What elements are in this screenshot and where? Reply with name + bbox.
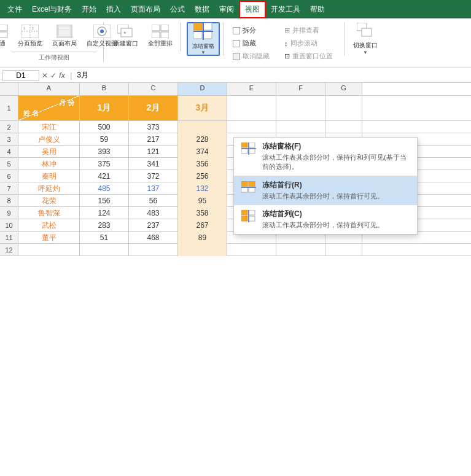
page-break-preview-btn[interactable]: 1 2 分页预览 [14, 22, 46, 50]
col-header-b[interactable]: B [80, 83, 129, 95]
row-2-name[interactable]: 宋江 [18, 121, 80, 133]
row-11-name[interactable]: 董平 [18, 232, 80, 244]
row-10-d[interactable]: 267 [178, 219, 227, 232]
row-9-name[interactable]: 鲁智深 [18, 207, 80, 219]
row-4-name[interactable]: 吴用 [18, 146, 80, 158]
normal-view-btn[interactable]: 普通 [0, 22, 12, 50]
menu-data[interactable]: 数据 [190, 2, 214, 17]
freeze-panes-option[interactable]: 冻结窗格(F) 滚动工作表其余部分时，保持行和列可见(基于当前的选择)。 [234, 138, 417, 176]
row-10-b[interactable]: 283 [80, 219, 129, 232]
unhide-btn[interactable]: 取消隐藏 [230, 50, 272, 62]
row-12-a[interactable] [18, 244, 80, 256]
row-4-c[interactable]: 121 [129, 146, 178, 158]
row-8-name[interactable]: 花荣 [18, 195, 80, 207]
row-4-d[interactable]: 374 [178, 146, 227, 158]
menu-page-layout[interactable]: 页面布局 [126, 2, 165, 17]
col-header-d[interactable]: D [178, 83, 227, 95]
freeze-panes-btn[interactable]: 冻结窗格 ▼ [187, 22, 220, 56]
row-11-c[interactable]: 468 [129, 232, 178, 244]
row-2-e[interactable] [227, 121, 276, 133]
cell-reference-input[interactable] [2, 70, 39, 81]
row-8-d[interactable]: 95 [178, 195, 227, 207]
row-3-name[interactable]: 卢俊义 [18, 133, 80, 146]
row-12-g[interactable] [325, 244, 362, 256]
row-2-b[interactable]: 500 [80, 121, 129, 133]
row-8-b[interactable]: 156 [80, 195, 129, 207]
row-2-f[interactable] [276, 121, 325, 133]
row-12-e[interactable] [227, 244, 276, 256]
col-header-f[interactable]: F [276, 83, 325, 95]
hide-btn[interactable]: 隐藏 [230, 37, 272, 49]
col-header-e[interactable]: E [227, 83, 276, 95]
row-5-c[interactable]: 341 [129, 158, 178, 170]
col-header-g[interactable]: G [325, 83, 362, 95]
row-6-d[interactable]: 256 [178, 170, 227, 182]
header-corner-cell[interactable]: 月 份 姓 名 [18, 96, 80, 120]
row-8-c[interactable]: 56 [129, 195, 178, 207]
row-12-c[interactable] [129, 244, 178, 256]
row-11-b[interactable]: 51 [80, 232, 129, 244]
row-6-c[interactable]: 372 [129, 170, 178, 182]
side-by-side-btn[interactable]: ⊞ 并排查看 [282, 25, 335, 36]
row-4-b[interactable]: 393 [80, 146, 129, 158]
col-g-header[interactable] [325, 96, 362, 120]
freeze-first-col-desc: 滚动工作表其余部分时，保持首列可见。 [262, 220, 411, 230]
formula-confirm-icon[interactable]: ✓ [50, 71, 56, 80]
menu-developer[interactable]: 开发工具 [266, 2, 305, 17]
reset-position-btn[interactable]: ⊡ 重置窗口位置 [282, 50, 335, 62]
row-6-b[interactable]: 421 [80, 170, 129, 182]
row-9-d[interactable]: 358 [178, 207, 227, 219]
row-3-d[interactable]: 228 [178, 133, 227, 146]
row-2-g[interactable] [325, 121, 362, 133]
row-9-b[interactable]: 124 [80, 207, 129, 219]
row-7-d[interactable]: 132 [178, 182, 227, 195]
row-2-d[interactable] [178, 121, 227, 133]
menu-formula[interactable]: 公式 [165, 2, 190, 17]
formula-insert-fn-icon[interactable]: fx [59, 71, 65, 80]
switch-window-btn[interactable]: 切换窗口 ▼ [349, 22, 381, 56]
new-window-btn[interactable]: + 新建窗口 [110, 22, 142, 50]
month-3-header[interactable]: 3月 [178, 96, 227, 120]
row-7-name[interactable]: 呼延灼 [18, 182, 80, 195]
row-12-b[interactable] [80, 244, 129, 256]
row-12-f[interactable] [276, 244, 325, 256]
freeze-first-col-option[interactable]: 冻结首列(C) 滚动工作表其余部分时，保持首列可见。 [234, 205, 417, 233]
row-3-b[interactable]: 59 [80, 133, 129, 146]
row-7-c[interactable]: 137 [129, 182, 178, 195]
menu-file[interactable]: 文件 [2, 2, 27, 17]
row-10-c[interactable]: 237 [129, 219, 178, 232]
sync-scroll-btn[interactable]: ↕ 同步滚动 [282, 37, 335, 49]
page-layout-view-btn[interactable]: 页面布局 [49, 22, 80, 50]
menu-help[interactable]: 帮助 [305, 2, 330, 17]
menu-review[interactable]: 审阅 [214, 2, 239, 17]
row-11-d[interactable]: 89 [178, 232, 227, 244]
col-header-c[interactable]: C [129, 83, 178, 95]
month-1-header[interactable]: 1月 [80, 96, 129, 120]
row-7-b[interactable]: 485 [80, 182, 129, 195]
col-f-header[interactable] [276, 96, 325, 120]
menu-view[interactable]: 视图 [239, 1, 266, 18]
menu-start[interactable]: 开始 [77, 2, 101, 17]
split-btn[interactable]: 拆分 [230, 25, 272, 36]
row-9-c[interactable]: 483 [129, 207, 178, 219]
freeze-dropdown-arrow[interactable]: ▼ [201, 50, 206, 55]
row-3-c[interactable]: 217 [129, 133, 178, 146]
row-num-8: 8 [0, 195, 18, 206]
row-5-d[interactable]: 356 [178, 158, 227, 170]
row-10-name[interactable]: 武松 [18, 219, 80, 232]
arrange-all-btn[interactable]: 全部重排 [144, 22, 176, 50]
freeze-top-row-option[interactable]: 冻结首行(R) 滚动工作表其余部分时，保持首行可见。 [234, 176, 417, 205]
row-2-c[interactable]: 373 [129, 121, 178, 133]
row-6-name[interactable]: 秦明 [18, 170, 80, 182]
row-2: 2 宋江 500 373 [0, 121, 471, 133]
row-5-name[interactable]: 林冲 [18, 158, 80, 170]
row-12-d[interactable] [178, 244, 227, 256]
row-num-12: 12 [0, 244, 18, 256]
menu-insert[interactable]: 插入 [101, 2, 126, 17]
col-header-a[interactable]: A [18, 83, 80, 95]
formula-cancel-icon[interactable]: ✕ [42, 71, 48, 80]
row-5-b[interactable]: 375 [80, 158, 129, 170]
month-2-header[interactable]: 2月 [129, 96, 178, 120]
menu-excel-finance[interactable]: Excel与财务 [27, 2, 77, 17]
col-e-header[interactable] [227, 96, 276, 120]
